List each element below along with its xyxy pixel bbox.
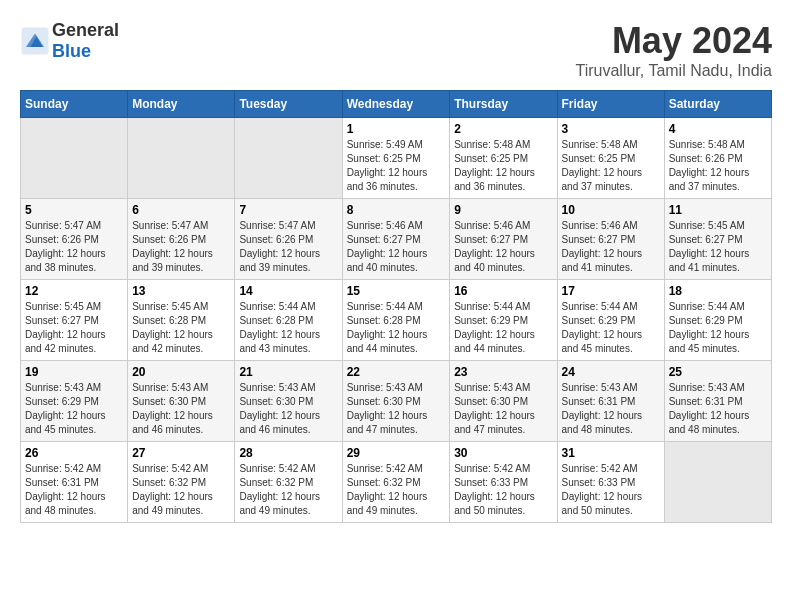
calendar-table: SundayMondayTuesdayWednesdayThursdayFrid… <box>20 90 772 523</box>
calendar-week-row: 1Sunrise: 5:49 AMSunset: 6:25 PMDaylight… <box>21 118 772 199</box>
day-number: 17 <box>562 284 660 298</box>
day-number: 30 <box>454 446 552 460</box>
day-number: 24 <box>562 365 660 379</box>
weekday-header-wednesday: Wednesday <box>342 91 450 118</box>
day-number: 13 <box>132 284 230 298</box>
day-number: 15 <box>347 284 446 298</box>
calendar-cell: 29Sunrise: 5:42 AMSunset: 6:32 PMDayligh… <box>342 442 450 523</box>
logo-general: General <box>52 20 119 40</box>
calendar-cell: 16Sunrise: 5:44 AMSunset: 6:29 PMDayligh… <box>450 280 557 361</box>
day-info: Sunrise: 5:43 AMSunset: 6:30 PMDaylight:… <box>454 381 552 437</box>
day-info: Sunrise: 5:42 AMSunset: 6:32 PMDaylight:… <box>132 462 230 518</box>
calendar-cell: 27Sunrise: 5:42 AMSunset: 6:32 PMDayligh… <box>128 442 235 523</box>
calendar-cell: 6Sunrise: 5:47 AMSunset: 6:26 PMDaylight… <box>128 199 235 280</box>
calendar-cell: 23Sunrise: 5:43 AMSunset: 6:30 PMDayligh… <box>450 361 557 442</box>
day-info: Sunrise: 5:45 AMSunset: 6:28 PMDaylight:… <box>132 300 230 356</box>
day-number: 1 <box>347 122 446 136</box>
calendar-cell: 22Sunrise: 5:43 AMSunset: 6:30 PMDayligh… <box>342 361 450 442</box>
day-number: 4 <box>669 122 767 136</box>
calendar-cell: 28Sunrise: 5:42 AMSunset: 6:32 PMDayligh… <box>235 442 342 523</box>
day-number: 18 <box>669 284 767 298</box>
weekday-header-tuesday: Tuesday <box>235 91 342 118</box>
calendar-week-row: 12Sunrise: 5:45 AMSunset: 6:27 PMDayligh… <box>21 280 772 361</box>
day-info: Sunrise: 5:43 AMSunset: 6:29 PMDaylight:… <box>25 381 123 437</box>
calendar-cell: 19Sunrise: 5:43 AMSunset: 6:29 PMDayligh… <box>21 361 128 442</box>
calendar-week-row: 26Sunrise: 5:42 AMSunset: 6:31 PMDayligh… <box>21 442 772 523</box>
day-number: 10 <box>562 203 660 217</box>
calendar-cell: 30Sunrise: 5:42 AMSunset: 6:33 PMDayligh… <box>450 442 557 523</box>
calendar-cell: 14Sunrise: 5:44 AMSunset: 6:28 PMDayligh… <box>235 280 342 361</box>
calendar-cell: 20Sunrise: 5:43 AMSunset: 6:30 PMDayligh… <box>128 361 235 442</box>
weekday-header-saturday: Saturday <box>664 91 771 118</box>
day-info: Sunrise: 5:42 AMSunset: 6:32 PMDaylight:… <box>239 462 337 518</box>
calendar-cell: 5Sunrise: 5:47 AMSunset: 6:26 PMDaylight… <box>21 199 128 280</box>
day-info: Sunrise: 5:42 AMSunset: 6:31 PMDaylight:… <box>25 462 123 518</box>
calendar-cell <box>664 442 771 523</box>
day-number: 21 <box>239 365 337 379</box>
day-number: 20 <box>132 365 230 379</box>
calendar-week-row: 5Sunrise: 5:47 AMSunset: 6:26 PMDaylight… <box>21 199 772 280</box>
page-header: General Blue May 2024 Tiruvallur, Tamil … <box>20 20 772 80</box>
calendar-cell: 9Sunrise: 5:46 AMSunset: 6:27 PMDaylight… <box>450 199 557 280</box>
day-info: Sunrise: 5:44 AMSunset: 6:28 PMDaylight:… <box>239 300 337 356</box>
calendar-cell: 15Sunrise: 5:44 AMSunset: 6:28 PMDayligh… <box>342 280 450 361</box>
day-number: 27 <box>132 446 230 460</box>
day-number: 12 <box>25 284 123 298</box>
calendar-week-row: 19Sunrise: 5:43 AMSunset: 6:29 PMDayligh… <box>21 361 772 442</box>
day-number: 25 <box>669 365 767 379</box>
day-info: Sunrise: 5:46 AMSunset: 6:27 PMDaylight:… <box>562 219 660 275</box>
calendar-cell: 24Sunrise: 5:43 AMSunset: 6:31 PMDayligh… <box>557 361 664 442</box>
day-info: Sunrise: 5:42 AMSunset: 6:33 PMDaylight:… <box>562 462 660 518</box>
day-info: Sunrise: 5:47 AMSunset: 6:26 PMDaylight:… <box>25 219 123 275</box>
day-info: Sunrise: 5:43 AMSunset: 6:31 PMDaylight:… <box>669 381 767 437</box>
weekday-header-sunday: Sunday <box>21 91 128 118</box>
logo-blue: Blue <box>52 41 91 61</box>
day-info: Sunrise: 5:43 AMSunset: 6:30 PMDaylight:… <box>239 381 337 437</box>
weekday-header-friday: Friday <box>557 91 664 118</box>
day-info: Sunrise: 5:47 AMSunset: 6:26 PMDaylight:… <box>132 219 230 275</box>
weekday-header-monday: Monday <box>128 91 235 118</box>
calendar-cell: 7Sunrise: 5:47 AMSunset: 6:26 PMDaylight… <box>235 199 342 280</box>
day-number: 2 <box>454 122 552 136</box>
weekday-header-thursday: Thursday <box>450 91 557 118</box>
day-number: 26 <box>25 446 123 460</box>
day-number: 5 <box>25 203 123 217</box>
calendar-cell: 26Sunrise: 5:42 AMSunset: 6:31 PMDayligh… <box>21 442 128 523</box>
day-number: 14 <box>239 284 337 298</box>
calendar-cell: 11Sunrise: 5:45 AMSunset: 6:27 PMDayligh… <box>664 199 771 280</box>
day-info: Sunrise: 5:44 AMSunset: 6:29 PMDaylight:… <box>454 300 552 356</box>
weekday-header-row: SundayMondayTuesdayWednesdayThursdayFrid… <box>21 91 772 118</box>
title-area: May 2024 Tiruvallur, Tamil Nadu, India <box>575 20 772 80</box>
calendar-cell: 2Sunrise: 5:48 AMSunset: 6:25 PMDaylight… <box>450 118 557 199</box>
day-number: 31 <box>562 446 660 460</box>
day-number: 22 <box>347 365 446 379</box>
calendar-cell: 4Sunrise: 5:48 AMSunset: 6:26 PMDaylight… <box>664 118 771 199</box>
location: Tiruvallur, Tamil Nadu, India <box>575 62 772 80</box>
day-number: 7 <box>239 203 337 217</box>
calendar-cell: 3Sunrise: 5:48 AMSunset: 6:25 PMDaylight… <box>557 118 664 199</box>
day-info: Sunrise: 5:49 AMSunset: 6:25 PMDaylight:… <box>347 138 446 194</box>
calendar-cell: 8Sunrise: 5:46 AMSunset: 6:27 PMDaylight… <box>342 199 450 280</box>
calendar-cell: 10Sunrise: 5:46 AMSunset: 6:27 PMDayligh… <box>557 199 664 280</box>
day-info: Sunrise: 5:44 AMSunset: 6:28 PMDaylight:… <box>347 300 446 356</box>
calendar-cell: 1Sunrise: 5:49 AMSunset: 6:25 PMDaylight… <box>342 118 450 199</box>
day-info: Sunrise: 5:46 AMSunset: 6:27 PMDaylight:… <box>347 219 446 275</box>
calendar-cell: 17Sunrise: 5:44 AMSunset: 6:29 PMDayligh… <box>557 280 664 361</box>
logo: General Blue <box>20 20 119 62</box>
logo-icon <box>20 26 50 56</box>
day-info: Sunrise: 5:44 AMSunset: 6:29 PMDaylight:… <box>669 300 767 356</box>
day-info: Sunrise: 5:43 AMSunset: 6:30 PMDaylight:… <box>347 381 446 437</box>
calendar-cell: 18Sunrise: 5:44 AMSunset: 6:29 PMDayligh… <box>664 280 771 361</box>
calendar-cell: 21Sunrise: 5:43 AMSunset: 6:30 PMDayligh… <box>235 361 342 442</box>
day-info: Sunrise: 5:42 AMSunset: 6:33 PMDaylight:… <box>454 462 552 518</box>
day-info: Sunrise: 5:43 AMSunset: 6:31 PMDaylight:… <box>562 381 660 437</box>
day-number: 11 <box>669 203 767 217</box>
calendar-cell: 13Sunrise: 5:45 AMSunset: 6:28 PMDayligh… <box>128 280 235 361</box>
day-number: 16 <box>454 284 552 298</box>
day-info: Sunrise: 5:45 AMSunset: 6:27 PMDaylight:… <box>25 300 123 356</box>
day-number: 23 <box>454 365 552 379</box>
day-info: Sunrise: 5:42 AMSunset: 6:32 PMDaylight:… <box>347 462 446 518</box>
day-number: 6 <box>132 203 230 217</box>
day-number: 19 <box>25 365 123 379</box>
day-number: 8 <box>347 203 446 217</box>
